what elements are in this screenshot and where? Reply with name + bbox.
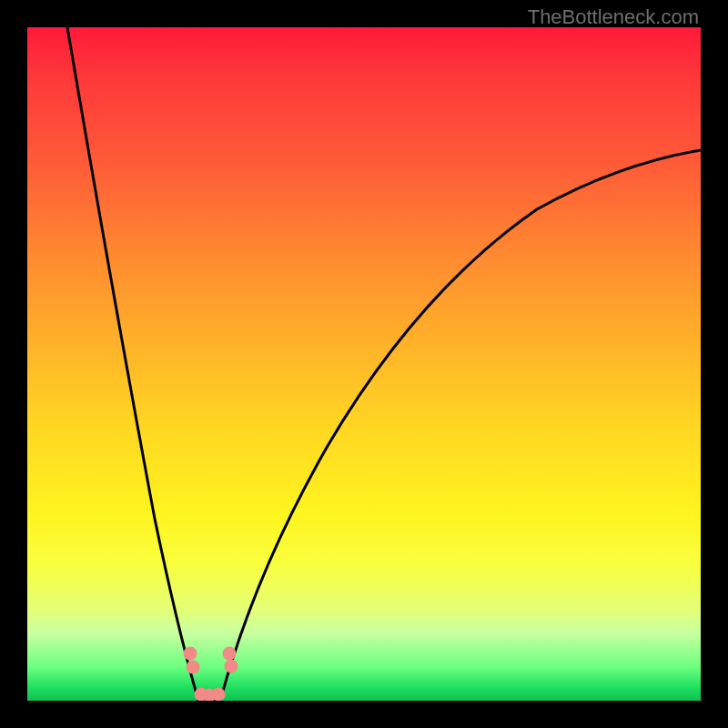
plot-area: [27, 27, 701, 701]
marker-dot: [187, 661, 200, 674]
marker-dot: [212, 688, 226, 702]
chart-root: { "watermark": "TheBottleneck.com", "col…: [0, 0, 728, 728]
watermark-text: TheBottleneck.com: [528, 5, 699, 29]
markers-layer: [27, 27, 701, 701]
marker-dot: [184, 647, 197, 661]
marker-dot: [223, 647, 237, 661]
marker-dot: [225, 660, 238, 673]
